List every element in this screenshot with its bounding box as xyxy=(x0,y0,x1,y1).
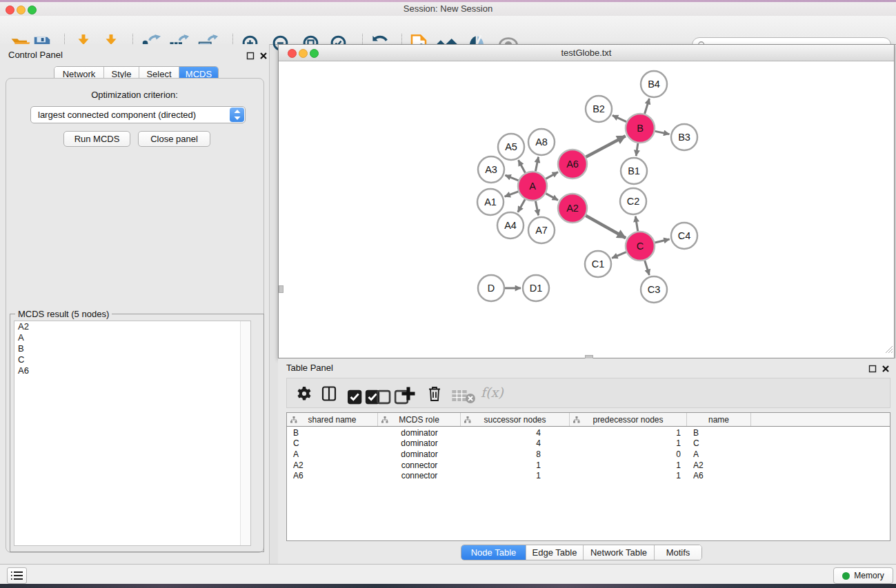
graph-edge-C-C3[interactable] xyxy=(645,261,650,275)
minimize-traffic-light[interactable] xyxy=(17,6,26,14)
mcds-result-item[interactable]: B xyxy=(14,343,250,354)
graph-node-B4[interactable]: B4 xyxy=(641,71,667,97)
close-panel-icon[interactable] xyxy=(882,363,890,372)
zoom-traffic-light[interactable] xyxy=(310,49,319,58)
graph-node-B1[interactable]: B1 xyxy=(621,158,647,184)
table-panel-title: Table Panel xyxy=(286,363,333,373)
table-cell: 4 xyxy=(461,438,570,448)
svg-text:C1: C1 xyxy=(592,258,605,270)
graph-node-D[interactable]: D xyxy=(478,275,504,301)
graph-node-B2[interactable]: B2 xyxy=(586,96,612,122)
mcds-result-title: MCDS result (5 nodes) xyxy=(15,309,112,319)
close-panel-button[interactable]: Close panel xyxy=(138,131,210,147)
delete-row-icon[interactable] xyxy=(426,385,443,402)
svg-text:B4: B4 xyxy=(648,79,660,90)
graph-node-C[interactable]: C xyxy=(626,232,655,261)
table-cell: 1 xyxy=(570,428,687,438)
graph-node-A8[interactable]: A8 xyxy=(528,129,555,155)
table-cell: connector xyxy=(378,460,461,470)
table-toolbar: f(x) xyxy=(286,378,890,408)
run-mcds-button[interactable]: Run MCDS xyxy=(63,131,130,147)
float-panel-icon[interactable] xyxy=(246,50,255,59)
column-header-successor-nodes[interactable]: successor nodes xyxy=(461,413,570,426)
table-cell: A6 xyxy=(687,471,751,480)
task-history-button[interactable] xyxy=(7,567,27,584)
column-header-name[interactable]: name xyxy=(687,413,751,426)
select-all-icon[interactable] xyxy=(348,389,381,405)
graph-edge-B-B2[interactable] xyxy=(613,115,626,121)
graph-node-A3[interactable]: A3 xyxy=(478,156,504,183)
graph-edge-B-B1[interactable] xyxy=(636,143,638,156)
close-traffic-light[interactable] xyxy=(288,49,297,58)
graph-edge-B-B3[interactable] xyxy=(655,131,670,134)
graph-node-B3[interactable]: B3 xyxy=(671,124,697,150)
mcds-result-item[interactable]: A2 xyxy=(14,321,250,332)
graph-node-B[interactable]: B xyxy=(626,114,655,143)
graph-edge-A-A6[interactable] xyxy=(546,172,558,179)
graph-node-A5[interactable]: A5 xyxy=(498,134,524,160)
graph-node-A[interactable]: A xyxy=(518,172,547,201)
graph-edge-A-A1[interactable] xyxy=(505,192,519,196)
svg-text:A5: A5 xyxy=(505,141,517,152)
column-header-shared-name[interactable]: shared name xyxy=(287,413,378,426)
graph-edge-C-C4[interactable] xyxy=(655,239,669,243)
graph-edge-A6-B[interactable] xyxy=(586,136,625,157)
float-panel-icon[interactable] xyxy=(868,363,877,372)
minimize-traffic-light[interactable] xyxy=(299,49,308,58)
close-traffic-light[interactable] xyxy=(6,6,14,14)
graph-edge-A-A5[interactable] xyxy=(519,160,526,172)
table-row[interactable]: Bdominator41B xyxy=(287,427,890,438)
graph-edge-A-A8[interactable] xyxy=(535,157,538,172)
graph-node-A4[interactable]: A4 xyxy=(497,212,524,239)
tab-edge-table[interactable]: Edge Table xyxy=(526,545,584,560)
graph-node-C4[interactable]: C4 xyxy=(671,223,697,249)
column-header-mcds-role[interactable]: MCDS role xyxy=(378,413,461,426)
table-cell: connector xyxy=(378,471,461,480)
close-panel-icon[interactable] xyxy=(259,50,268,59)
svg-text:B2: B2 xyxy=(593,103,605,114)
graph-node-C1[interactable]: C1 xyxy=(585,251,611,277)
graph-edge-A-A3[interactable] xyxy=(505,175,518,181)
graph-node-C3[interactable]: C3 xyxy=(641,276,667,303)
graph-edge-C-C2[interactable] xyxy=(635,216,637,232)
column-browser-icon[interactable] xyxy=(321,385,337,402)
graph-node-D1[interactable]: D1 xyxy=(523,275,549,301)
optimization-criterion-select[interactable]: largest connected component (directed) xyxy=(30,106,246,123)
graph-node-A2[interactable]: A2 xyxy=(558,194,587,223)
graph-node-C2[interactable]: C2 xyxy=(620,188,646,214)
graph-edge-A-A4[interactable] xyxy=(518,199,525,212)
function-builder-icon[interactable]: f(x) xyxy=(481,384,504,401)
table-row[interactable]: Cdominator41C xyxy=(287,438,890,449)
mcds-result-item[interactable]: C xyxy=(14,354,250,365)
graph-node-A7[interactable]: A7 xyxy=(528,217,555,243)
add-row-icon[interactable] xyxy=(400,385,417,402)
table-row[interactable]: A2connector11A2 xyxy=(287,460,890,471)
status-bar: Memory xyxy=(0,564,896,584)
table-row[interactable]: A6connector11A6 xyxy=(287,470,890,481)
resize-grip[interactable] xyxy=(885,345,893,354)
graph-node-A1[interactable]: A1 xyxy=(477,189,504,215)
graph-edge-A2-C[interactable] xyxy=(586,216,626,239)
graph-node-A6[interactable]: A6 xyxy=(558,150,587,179)
list-scrollbar[interactable] xyxy=(240,321,250,545)
settings-gear-icon[interactable] xyxy=(296,385,312,402)
mcds-result-item[interactable]: A xyxy=(14,332,250,343)
mcds-result-item[interactable]: A6 xyxy=(14,365,250,376)
network-canvas[interactable]: B4B2BB3A8A5A6A3B1AC2A1A2A4A7C4CC1DD1C3 xyxy=(279,61,894,354)
tab-network-table[interactable]: Network Table xyxy=(584,545,655,560)
mcds-result-list[interactable]: A2ABCA6 xyxy=(14,321,251,546)
svg-text:A1: A1 xyxy=(484,196,497,207)
tab-motifs[interactable]: Motifs xyxy=(655,545,701,560)
graph-edge-A-A7[interactable] xyxy=(535,201,538,216)
column-header-predecessor-nodes[interactable]: predecessor nodes xyxy=(570,413,687,426)
graph-edge-A-A2[interactable] xyxy=(546,194,558,201)
vertical-scroll-thumb[interactable] xyxy=(279,285,283,293)
tab-node-table[interactable]: Node Table xyxy=(461,545,526,560)
clear-table-icon[interactable] xyxy=(451,387,476,404)
graph-edge-C-C1[interactable] xyxy=(612,252,626,258)
zoom-traffic-light[interactable] xyxy=(28,6,37,14)
table-row[interactable]: Adominator80A xyxy=(287,449,890,460)
memory-button[interactable]: Memory xyxy=(833,567,893,584)
control-panel: Control Panel NetworkStyleSelectMCDS Opt… xyxy=(0,44,270,564)
graph-edge-B-B4[interactable] xyxy=(645,99,650,114)
